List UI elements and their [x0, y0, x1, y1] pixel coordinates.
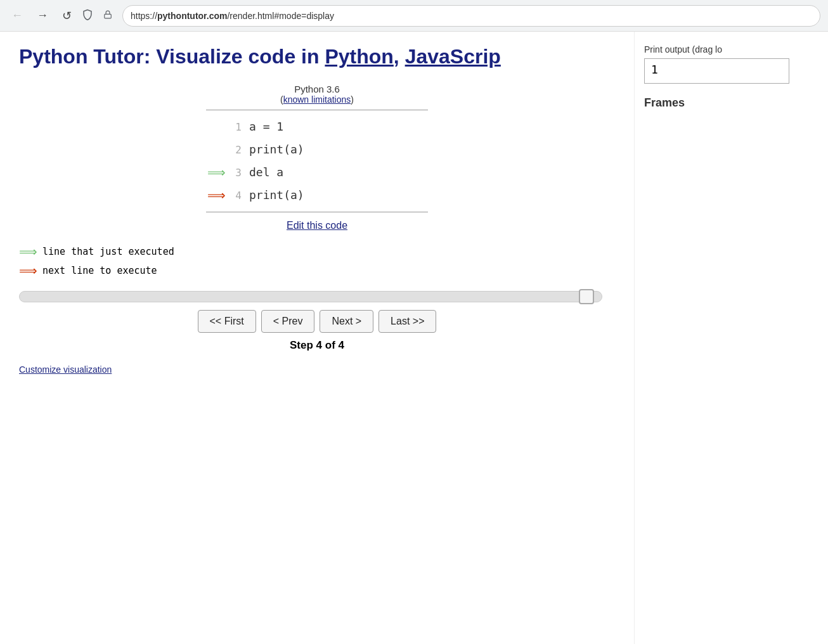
shield-icon [82, 9, 93, 23]
code-line-2: → 2 print(a) [206, 138, 428, 161]
line-3-arrow-green: ⟹ [206, 162, 226, 183]
next-button[interactable]: Next > [320, 310, 373, 333]
green-legend-label: line that just executed [42, 246, 174, 257]
red-legend-label: next line to execute [42, 265, 157, 276]
step-info: Step 4 of 4 [19, 339, 615, 352]
line-2-code: print(a) [249, 141, 304, 159]
line-4-num: 4 [226, 188, 242, 204]
line-2-num: 2 [226, 142, 242, 158]
customize-link-container: Customize visualization [19, 364, 615, 375]
line-1-arrow: → [206, 117, 226, 137]
slider-wrapper [19, 291, 602, 302]
page-content: Python Tutor: Visualize code in Python, … [0, 32, 828, 644]
javascript-link[interactable]: JavaScrip [405, 45, 501, 68]
code-line-1: → 1 a = 1 [206, 115, 428, 138]
address-bar[interactable]: https://pythontutor.com/render.html#mode… [122, 5, 820, 27]
visualization-container: Python 3.6 (known limitations) → 1 a = 1 [19, 84, 615, 231]
svg-rect-0 [105, 14, 112, 18]
lock-icon [103, 10, 112, 21]
print-output-label: Print output (drag lo [644, 44, 789, 55]
nav-buttons: << First < Prev Next > Last >> [19, 310, 615, 333]
line-1-num: 1 [226, 119, 242, 136]
last-button[interactable]: Last >> [378, 310, 436, 333]
edit-this-code-link[interactable]: Edit this code [287, 220, 347, 231]
forward-button[interactable]: → [33, 6, 52, 25]
edit-link-container: Edit this code [206, 220, 428, 231]
slider-track[interactable] [19, 291, 602, 302]
prev-button[interactable]: < Prev [261, 310, 315, 333]
first-button[interactable]: << First [198, 310, 256, 333]
known-limitations-link[interactable]: known limitations [283, 94, 351, 105]
line-2-arrow: → [206, 139, 226, 160]
code-divider-bottom [206, 212, 428, 212]
legend-red: ⟹ next line to execute [19, 263, 615, 278]
python-version: Python 3.6 [206, 84, 428, 94]
code-panel: Python 3.6 (known limitations) → 1 a = 1 [206, 84, 428, 231]
back-button[interactable]: ← [8, 6, 27, 25]
code-lines: → 1 a = 1 → 2 print(a) ⟹ 3 del a [206, 115, 428, 207]
code-divider [206, 110, 428, 110]
url-domain: pythontutor.com [157, 11, 227, 21]
main-area: Python Tutor: Visualize code in Python, … [0, 32, 634, 644]
url-prefix: https:// [131, 11, 157, 21]
line-1-code: a = 1 [249, 118, 283, 136]
code-line-3: ⟹ 3 del a [206, 161, 428, 184]
page-title: Python Tutor: Visualize code in Python, … [19, 44, 615, 68]
sidebar: Print output (drag lo 1 Frames [634, 32, 799, 644]
known-limitations: (known limitations) [206, 94, 428, 105]
python-link[interactable]: Python [325, 45, 393, 68]
browser-toolbar: ← → ↺ https://pythontutor.com/render.htm… [0, 0, 828, 32]
url-path: /render.html#mode=display [227, 11, 334, 21]
title-sep: , [394, 45, 405, 68]
print-output-box: 1 [644, 58, 789, 84]
frames-label: Frames [644, 96, 789, 110]
slider-thumb[interactable] [579, 289, 594, 304]
line-4-arrow-red: ⟹ [206, 185, 226, 205]
line-4-code: print(a) [249, 186, 304, 205]
green-arrow-icon: ⟹ [19, 244, 37, 259]
title-prefix: Python Tutor: Visualize code in [19, 45, 325, 68]
legend-green: ⟹ line that just executed [19, 244, 615, 259]
reload-button[interactable]: ↺ [58, 6, 75, 25]
legend: ⟹ line that just executed ⟹ next line to… [19, 244, 615, 278]
red-arrow-icon: ⟹ [19, 263, 37, 278]
line-3-num: 3 [226, 165, 242, 181]
nav-container: << First < Prev Next > Last >> Step 4 of… [19, 291, 615, 352]
line-3-code: del a [249, 164, 283, 182]
code-header: Python 3.6 (known limitations) [206, 84, 428, 105]
customize-visualization-link[interactable]: Customize visualization [19, 364, 112, 375]
code-line-4: ⟹ 4 print(a) [206, 184, 428, 207]
